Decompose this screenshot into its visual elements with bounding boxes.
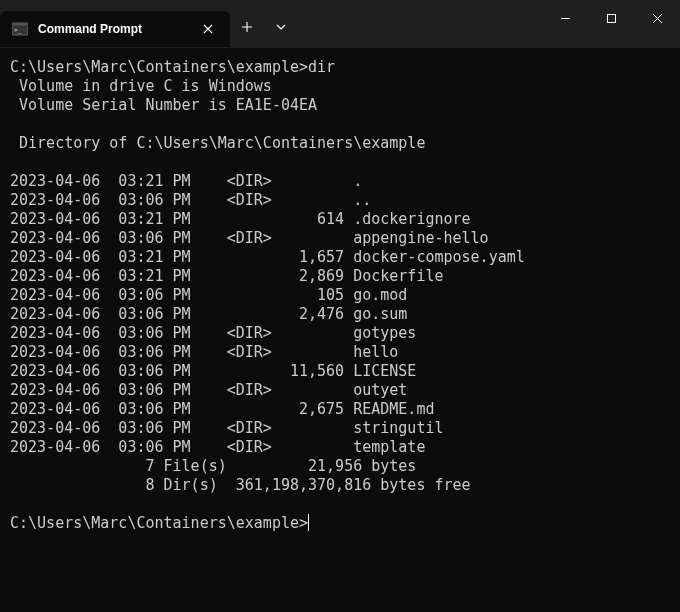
tab-close-button[interactable]	[198, 19, 218, 39]
tab-title: Command Prompt	[38, 22, 188, 36]
cmd-icon: >_	[12, 21, 28, 37]
maximize-button[interactable]	[588, 0, 634, 36]
cursor	[308, 514, 309, 531]
new-tab-button[interactable]	[230, 9, 264, 45]
volume-line: Volume in drive C is Windows	[10, 77, 272, 95]
tab-actions	[230, 3, 298, 51]
tabs-area: >_ Command Prompt	[0, 0, 298, 48]
terminal-output[interactable]: C:\Users\Marc\Containers\example>dir Vol…	[0, 48, 680, 612]
directory-of-line: Directory of C:\Users\Marc\Containers\ex…	[10, 134, 425, 152]
dir-listing: 2023-04-06 03:21 PM <DIR> . 2023-04-06 0…	[10, 172, 525, 456]
summary-dirs: 8 Dir(s) 361,198,370,816 bytes free	[10, 476, 471, 494]
titlebar: >_ Command Prompt	[0, 0, 680, 48]
prompt-line: C:\Users\Marc\Containers\example>dir	[10, 58, 335, 76]
close-button[interactable]	[634, 0, 680, 36]
prompt-line: C:\Users\Marc\Containers\example>	[10, 514, 308, 532]
tab-command-prompt[interactable]: >_ Command Prompt	[0, 11, 230, 47]
minimize-button[interactable]	[542, 0, 588, 36]
summary-files: 7 File(s) 21,956 bytes	[10, 457, 416, 475]
serial-line: Volume Serial Number is EA1E-04EA	[10, 96, 317, 114]
svg-text:>_: >_	[14, 26, 22, 34]
tab-dropdown-button[interactable]	[264, 9, 298, 45]
window-controls	[542, 0, 680, 36]
svg-rect-3	[607, 14, 615, 22]
